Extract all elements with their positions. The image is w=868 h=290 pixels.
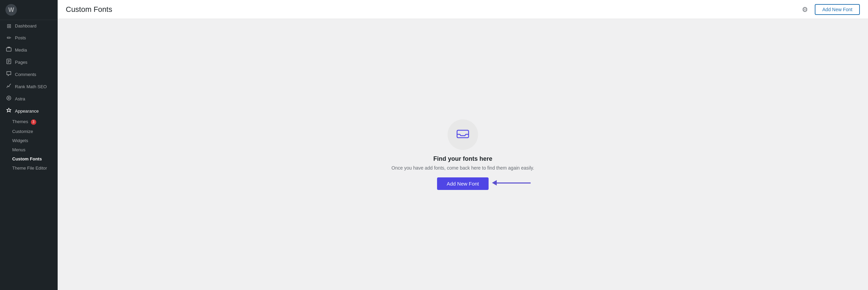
- wordpress-logo: W: [5, 4, 17, 16]
- svg-rect-1: [7, 47, 10, 48]
- custom-fonts-row: Custom Fonts: [0, 154, 58, 163]
- sidebar-sub-item-theme-file-editor[interactable]: Theme File Editor: [0, 163, 58, 173]
- sidebar-sub-item-widgets[interactable]: Widgets: [0, 136, 58, 145]
- appearance-icon: [5, 108, 12, 114]
- sidebar-sub-item-customize[interactable]: Customize: [0, 127, 58, 136]
- add-button-container: Add New Font: [437, 176, 488, 190]
- sidebar-sub-item-menus[interactable]: Menus: [0, 145, 58, 154]
- astra-icon: [5, 95, 12, 102]
- empty-state-title: Find your fonts here: [433, 155, 492, 162]
- gear-icon: ⚙: [802, 5, 808, 14]
- sub-item-label: Theme File Editor: [12, 166, 47, 171]
- empty-icon-container: [448, 119, 478, 150]
- topbar: Custom Fonts ⚙ Add New Font: [58, 0, 868, 19]
- sidebar-item-label: Rank Math SEO: [15, 84, 47, 89]
- appearance-submenu: Themes 3 Customize Widgets Menus Custom …: [0, 117, 58, 173]
- empty-state: Find your fonts here Once you have add f…: [392, 119, 534, 190]
- sidebar-item-label: Media: [15, 47, 27, 53]
- sub-item-label: Custom Fonts: [12, 156, 42, 161]
- topbar-actions: ⚙ Add New Font: [801, 4, 860, 15]
- sidebar-item-media[interactable]: Media: [0, 44, 58, 56]
- sidebar-sub-item-custom-fonts[interactable]: Custom Fonts: [0, 154, 58, 163]
- page-title: Custom Fonts: [66, 5, 112, 14]
- sidebar-item-label: Astra: [15, 96, 25, 101]
- sidebar-item-comments[interactable]: Comments: [0, 68, 58, 80]
- arrow-line: [497, 182, 531, 183]
- sidebar-logo: W: [0, 0, 58, 20]
- sidebar-item-posts[interactable]: ✏ Posts: [0, 32, 58, 44]
- sidebar-item-rankmath[interactable]: Rank Math SEO: [0, 80, 58, 93]
- posts-icon: ✏: [5, 35, 12, 41]
- sidebar-item-astra[interactable]: Astra: [0, 93, 58, 105]
- sub-item-label: Customize: [12, 129, 33, 134]
- content-area: Find your fonts here Once you have add f…: [58, 19, 868, 290]
- sidebar-item-label: Appearance: [15, 109, 39, 114]
- main-arrow-annotation: [492, 180, 531, 186]
- sidebar-item-label: Dashboard: [15, 23, 37, 28]
- sub-item-label: Themes: [12, 119, 28, 124]
- sidebar-sub-item-themes[interactable]: Themes 3: [0, 117, 58, 127]
- rankmath-icon: [5, 83, 12, 90]
- svg-point-6: [7, 96, 11, 100]
- sidebar: W ⊞ Dashboard ✏ Posts Media Pages: [0, 0, 58, 290]
- empty-state-subtitle: Once you have add fonts, come back here …: [392, 165, 534, 171]
- sidebar-item-appearance[interactable]: Appearance: [0, 105, 58, 117]
- sub-item-label: Widgets: [12, 138, 28, 143]
- sidebar-item-label: Posts: [15, 35, 26, 40]
- sidebar-item-label: Pages: [15, 60, 27, 65]
- sidebar-item-label: Comments: [15, 72, 36, 77]
- main-content: Custom Fonts ⚙ Add New Font Find your fo…: [58, 0, 868, 290]
- add-new-font-button-main[interactable]: Add New Font: [437, 177, 488, 190]
- sidebar-appearance-row: Appearance: [0, 105, 58, 117]
- comments-icon: [5, 71, 12, 78]
- sidebar-item-pages[interactable]: Pages: [0, 56, 58, 68]
- pages-icon: [5, 59, 12, 65]
- sub-item-label: Menus: [12, 147, 25, 152]
- add-new-font-button-header[interactable]: Add New Font: [815, 4, 860, 15]
- svg-rect-0: [6, 48, 11, 51]
- arrow-head: [492, 180, 497, 186]
- inbox-icon: [455, 125, 470, 143]
- sidebar-item-dashboard[interactable]: ⊞ Dashboard: [0, 20, 58, 32]
- themes-badge: 3: [31, 119, 36, 125]
- dashboard-icon: ⊞: [5, 23, 12, 29]
- svg-point-7: [8, 97, 9, 99]
- media-icon: [5, 46, 12, 53]
- settings-button[interactable]: ⚙: [801, 4, 809, 15]
